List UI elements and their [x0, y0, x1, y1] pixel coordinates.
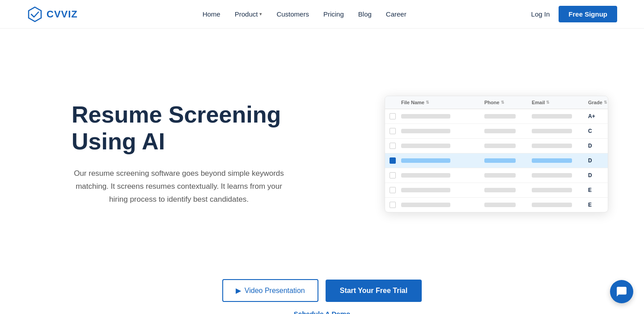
table-header: File Name ⇅ Phone ⇅ Email ⇅ Grade ⇅ Skil…	[385, 96, 608, 109]
email-cell	[532, 203, 572, 207]
logo[interactable]: CVVIZ	[27, 6, 78, 22]
play-icon: ▶	[236, 286, 241, 295]
hero-title: Resume Screening Using AI	[72, 102, 286, 155]
grade-cell: D	[588, 143, 608, 149]
svg-marker-0	[29, 7, 41, 21]
video-presentation-button[interactable]: ▶ Video Presentation	[222, 279, 318, 302]
chat-icon	[616, 286, 627, 297]
table-row: C New	[385, 124, 608, 139]
filename-cell	[401, 144, 450, 148]
email-cell	[532, 188, 572, 192]
logo-text: CVVIZ	[47, 8, 78, 20]
nav-actions: Log In Free Signup	[531, 6, 617, 22]
col-phone: Phone ⇅	[484, 100, 529, 105]
phone-cell	[484, 188, 516, 192]
grade-cell: E	[588, 187, 608, 193]
row-checkbox[interactable]	[390, 128, 396, 134]
sort-icon: ⇅	[604, 100, 607, 105]
sort-icon: ⇅	[501, 100, 504, 105]
filename-cell	[401, 173, 450, 178]
email-cell	[532, 114, 572, 119]
hero-section: Resume Screening Using AI Our resume scr…	[0, 29, 644, 270]
nav-item-pricing[interactable]: Pricing	[323, 10, 344, 18]
filename-cell	[401, 188, 450, 192]
row-checkbox[interactable]	[390, 202, 396, 208]
chat-bubble-button[interactable]	[610, 280, 633, 303]
phone-cell	[484, 173, 516, 178]
filename-cell	[401, 129, 450, 133]
grade-cell: D	[588, 157, 608, 164]
nav-item-customers[interactable]: Customers	[276, 10, 309, 18]
hero-illustration: File Name ⇅ Phone ⇅ Email ⇅ Grade ⇅ Skil…	[385, 96, 608, 212]
resume-table-preview: File Name ⇅ Phone ⇅ Email ⇅ Grade ⇅ Skil…	[385, 96, 608, 212]
row-checkbox[interactable]	[390, 143, 396, 149]
cta-buttons: ▶ Video Presentation Start Your Free Tri…	[222, 279, 422, 302]
table-row: E New	[385, 183, 608, 198]
email-cell	[532, 173, 572, 178]
hero-content: Resume Screening Using AI Our resume scr…	[72, 102, 286, 206]
nav-item-blog[interactable]: Blog	[358, 10, 372, 18]
grade-cell: E	[588, 202, 608, 208]
nav-item-product[interactable]: Product ▾	[235, 10, 263, 18]
grade-cell: D	[588, 172, 608, 178]
row-checkbox[interactable]	[390, 157, 396, 164]
phone-cell	[484, 158, 516, 163]
nav-item-home[interactable]: Home	[203, 10, 220, 18]
phone-cell	[484, 144, 516, 148]
filename-cell	[401, 203, 450, 207]
hero-description: Our resume screening software goes beyon…	[72, 167, 286, 206]
nav-links: Home Product ▾ Customers Pricing Blog Ca…	[203, 10, 407, 18]
email-cell	[532, 144, 572, 148]
navbar: CVVIZ Home Product ▾ Customers Pricing B…	[0, 0, 644, 29]
col-filename: File Name ⇅	[401, 100, 482, 105]
schedule-demo-link[interactable]: Schedule A Demo	[294, 310, 350, 314]
nav-item-career[interactable]: Career	[386, 10, 407, 18]
email-cell	[532, 129, 572, 133]
cta-section: ▶ Video Presentation Start Your Free Tri…	[0, 270, 644, 314]
table-row: A+ Shortlisted	[385, 109, 608, 124]
chevron-down-icon: ▾	[259, 11, 262, 17]
sort-icon: ⇅	[546, 100, 550, 105]
row-checkbox[interactable]	[390, 113, 396, 119]
login-link[interactable]: Log In	[531, 10, 550, 18]
table-row: D New	[385, 139, 608, 153]
row-checkbox[interactable]	[390, 187, 396, 193]
grade-cell: A+	[588, 113, 608, 119]
table-row: D New	[385, 153, 608, 168]
filename-cell	[401, 158, 450, 163]
phone-cell	[484, 129, 516, 133]
table-row: D New	[385, 168, 608, 183]
start-trial-button[interactable]: Start Your Free Trial	[326, 280, 422, 302]
email-cell	[532, 158, 572, 163]
grade-cell: C	[588, 128, 608, 134]
sort-icon: ⇅	[426, 100, 429, 105]
free-signup-button[interactable]: Free Signup	[559, 6, 617, 22]
phone-cell	[484, 203, 516, 207]
table-row: E New	[385, 198, 608, 212]
col-grade: Grade ⇅	[588, 100, 608, 105]
phone-cell	[484, 114, 516, 119]
row-checkbox[interactable]	[390, 172, 396, 178]
col-email: Email ⇅	[532, 100, 585, 105]
filename-cell	[401, 114, 450, 119]
